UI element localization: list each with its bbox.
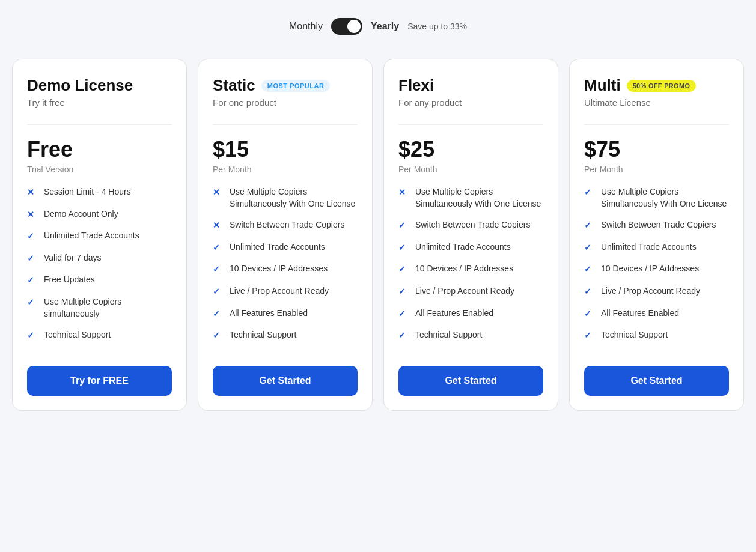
feature-item: ✓ Use Multiple Copiers simultaneously bbox=[27, 296, 172, 320]
feature-item: ✓ All Features Enabled bbox=[584, 308, 729, 320]
feature-item: ✓ Unlimited Trade Accounts bbox=[213, 241, 358, 254]
price-amount: $75 bbox=[584, 137, 620, 162]
feature-text: 10 Devices / IP Addresses bbox=[230, 263, 328, 275]
check-icon: ✓ bbox=[584, 308, 595, 320]
card-header: Static MOST POPULAR For one product bbox=[213, 76, 358, 120]
check-icon: ✓ bbox=[27, 253, 38, 265]
price-period: Trial Version bbox=[27, 165, 172, 174]
divider bbox=[27, 124, 172, 125]
plan-subtitle: For any product bbox=[398, 97, 543, 108]
feature-text: Switch Between Trade Copiers bbox=[601, 219, 716, 231]
feature-text: All Features Enabled bbox=[415, 308, 493, 320]
feature-text: Technical Support bbox=[230, 329, 296, 341]
plan-card-flexi: Flexi For any product $25 Per Month ✕ Us… bbox=[383, 59, 558, 411]
check-icon: ✓ bbox=[213, 330, 224, 342]
feature-text: All Features Enabled bbox=[601, 308, 679, 320]
card-title-row: Multi 50% OFF PROMO bbox=[584, 76, 729, 95]
promo-badge: 50% OFF PROMO bbox=[627, 80, 697, 92]
feature-text: Live / Prop Account Ready bbox=[601, 285, 700, 297]
price-row: $75 bbox=[584, 137, 729, 162]
monthly-label: Monthly bbox=[289, 21, 323, 32]
price-period: Per Month bbox=[398, 165, 543, 174]
feature-item: ✕ Use Multiple Copiers Simultaneously Wi… bbox=[213, 186, 358, 210]
feature-item: ✓ Unlimited Trade Accounts bbox=[27, 230, 172, 243]
check-icon: ✓ bbox=[398, 242, 409, 254]
feature-text: Unlimited Trade Accounts bbox=[415, 241, 511, 253]
save-badge: Save up to 33% bbox=[407, 22, 467, 31]
feature-item: ✕ Switch Between Trade Copiers bbox=[213, 219, 358, 232]
feature-text: 10 Devices / IP Addresses bbox=[415, 263, 513, 275]
yearly-label: Yearly bbox=[371, 21, 399, 32]
feature-item: ✓ Technical Support bbox=[27, 329, 172, 342]
cross-icon: ✕ bbox=[27, 187, 38, 199]
plan-title: Static bbox=[213, 76, 255, 95]
feature-item: ✕ Session Limit - 4 Hours bbox=[27, 186, 172, 199]
price-row: $15 bbox=[213, 137, 358, 162]
feature-item: ✓ Technical Support bbox=[584, 329, 729, 342]
divider bbox=[213, 124, 358, 125]
check-icon: ✓ bbox=[398, 286, 409, 298]
plan-subtitle: For one product bbox=[213, 97, 358, 108]
feature-item: ✓ Unlimited Trade Accounts bbox=[398, 241, 543, 254]
check-icon: ✓ bbox=[213, 308, 224, 320]
feature-text: Technical Support bbox=[415, 329, 482, 341]
price-period: Per Month bbox=[584, 165, 729, 174]
feature-item: ✓ Use Multiple Copiers Simultaneously Wi… bbox=[584, 186, 729, 210]
plan-card-multi: Multi 50% OFF PROMO Ultimate License $75… bbox=[569, 59, 744, 411]
feature-text: Use Multiple Copiers Simultaneously With… bbox=[230, 186, 358, 210]
feature-item: ✓ Free Updates bbox=[27, 274, 172, 287]
plan-title: Demo License bbox=[27, 76, 133, 95]
feature-text: Session Limit - 4 Hours bbox=[44, 186, 131, 198]
check-icon: ✓ bbox=[398, 330, 409, 342]
check-icon: ✓ bbox=[27, 297, 38, 309]
feature-item: ✓ 10 Devices / IP Addresses bbox=[584, 263, 729, 276]
feature-item: ✓ 10 Devices / IP Addresses bbox=[213, 263, 358, 276]
cta-button[interactable]: Try for FREE bbox=[27, 366, 172, 396]
check-icon: ✓ bbox=[27, 330, 38, 342]
plan-title: Flexi bbox=[398, 76, 434, 95]
feature-text: Switch Between Trade Copiers bbox=[415, 219, 530, 231]
card-title-row: Demo License bbox=[27, 76, 172, 95]
feature-text: Technical Support bbox=[44, 329, 111, 341]
check-icon: ✓ bbox=[584, 220, 595, 232]
features-list: ✕ Session Limit - 4 Hours ✕ Demo Account… bbox=[27, 186, 172, 351]
price-amount: $15 bbox=[213, 137, 249, 162]
cta-button[interactable]: Get Started bbox=[398, 366, 543, 396]
check-icon: ✓ bbox=[213, 264, 224, 276]
feature-item: ✓ Technical Support bbox=[398, 329, 543, 342]
feature-text: Use Multiple Copiers Simultaneously With… bbox=[601, 186, 729, 210]
cross-icon: ✕ bbox=[398, 187, 409, 199]
check-icon: ✓ bbox=[584, 242, 595, 254]
card-header: Multi 50% OFF PROMO Ultimate License bbox=[584, 76, 729, 120]
price-row: $25 bbox=[398, 137, 543, 162]
feature-text: Unlimited Trade Accounts bbox=[601, 241, 697, 253]
feature-item: ✓ All Features Enabled bbox=[398, 308, 543, 320]
feature-item: ✓ 10 Devices / IP Addresses bbox=[398, 263, 543, 276]
toggle-thumb bbox=[347, 20, 361, 33]
price-row: Free bbox=[27, 137, 172, 162]
cta-button[interactable]: Get Started bbox=[213, 366, 358, 396]
feature-item: ✓ Live / Prop Account Ready bbox=[398, 285, 543, 298]
feature-text: Switch Between Trade Copiers bbox=[230, 219, 344, 231]
check-icon: ✓ bbox=[584, 187, 595, 199]
feature-text: Live / Prop Account Ready bbox=[230, 285, 329, 297]
billing-toggle[interactable] bbox=[331, 18, 362, 35]
card-header: Demo License Try it free bbox=[27, 76, 172, 120]
billing-toggle-row: Monthly Yearly Save up to 33% bbox=[289, 18, 467, 35]
features-list: ✓ Use Multiple Copiers Simultaneously Wi… bbox=[584, 186, 729, 351]
price-amount: $25 bbox=[398, 137, 434, 162]
price-amount: Free bbox=[27, 137, 73, 162]
cross-icon: ✕ bbox=[213, 187, 224, 199]
features-list: ✕ Use Multiple Copiers Simultaneously Wi… bbox=[398, 186, 543, 351]
check-icon: ✓ bbox=[213, 286, 224, 298]
feature-item: ✓ Live / Prop Account Ready bbox=[213, 285, 358, 298]
feature-item: ✕ Use Multiple Copiers Simultaneously Wi… bbox=[398, 186, 543, 210]
feature-text: Use Multiple Copiers Simultaneously With… bbox=[415, 186, 543, 210]
divider bbox=[584, 124, 729, 125]
feature-item: ✓ Valid for 7 days bbox=[27, 252, 172, 265]
cross-icon: ✕ bbox=[213, 220, 224, 232]
price-period: Per Month bbox=[213, 165, 358, 174]
cta-button[interactable]: Get Started bbox=[584, 366, 729, 396]
feature-text: Valid for 7 days bbox=[44, 252, 101, 264]
feature-text: Free Updates bbox=[44, 274, 95, 286]
